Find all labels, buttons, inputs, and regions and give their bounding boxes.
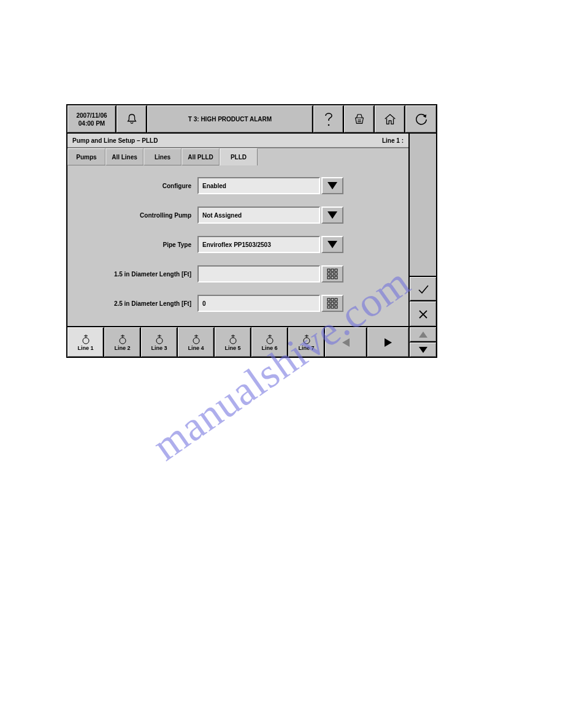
svg-rect-13 [327, 302, 330, 305]
line-icon [80, 334, 91, 345]
chevron-down-icon [326, 240, 339, 249]
line-icon [228, 334, 239, 345]
svg-rect-9 [335, 276, 337, 279]
alarm-text: T 3: HIGH PRODUCT ALARM [188, 116, 272, 123]
question-icon [323, 112, 335, 127]
line-label: Line 3 [151, 345, 167, 351]
row-pipe-type: Pipe Type Enviroflex PP1503/2503 [75, 235, 401, 254]
keypad-icon [326, 268, 339, 280]
confirm-button[interactable] [410, 277, 436, 301]
svg-point-0 [327, 124, 329, 126]
triangle-right-icon [383, 337, 394, 348]
line-label: Line 6 [261, 345, 277, 351]
tab-label: Pumps [76, 154, 96, 161]
check-icon [416, 282, 430, 296]
page-next-button[interactable] [367, 327, 408, 357]
top-toolbar: 2007/11/06 04:00 PM T 3: HIGH PRODUCT AL… [67, 105, 436, 134]
tab-plld[interactable]: PLLD [220, 148, 258, 165]
svg-point-24 [267, 338, 273, 344]
svg-rect-14 [331, 302, 334, 305]
svg-point-19 [83, 338, 89, 344]
row-configure: Configure Enabled [75, 176, 401, 195]
dropdown-controlling-pump[interactable] [321, 207, 343, 224]
line-icon [264, 334, 275, 345]
page-prev-button[interactable] [325, 327, 367, 357]
svg-point-20 [120, 338, 126, 344]
line-button-2[interactable]: Line 2 [104, 327, 141, 357]
svg-rect-6 [335, 273, 337, 275]
line-button-3[interactable]: Line 3 [141, 327, 178, 357]
field-value: Not Assigned [202, 212, 242, 219]
field-value: 0 [202, 300, 206, 307]
help-button[interactable] [313, 105, 344, 132]
alarm-bell-button[interactable] [117, 105, 147, 132]
label-diameter-15: 1.5 in Diameter Length [Ft] [75, 271, 197, 278]
line-icon [191, 334, 202, 345]
field-value: Enabled [202, 183, 226, 189]
chevron-down-icon [326, 181, 339, 191]
scroll-up-button[interactable] [410, 327, 436, 343]
right-sidebar [408, 134, 436, 326]
tab-label: PLLD [231, 154, 247, 161]
svg-point-23 [230, 338, 236, 344]
svg-point-21 [156, 338, 163, 344]
row-diameter-25: 2.5 in Diameter Length [Ft] 0 [75, 294, 401, 313]
alarm-message[interactable]: T 3: HIGH PRODUCT ALARM [147, 105, 313, 132]
line-button-4[interactable]: Line 4 [178, 327, 215, 357]
line-label: Line 7 [298, 345, 314, 351]
line-button-1[interactable]: Line 1 [67, 327, 104, 357]
scroll-stack [408, 327, 436, 357]
svg-rect-11 [331, 298, 334, 301]
label-configure: Configure [75, 183, 197, 189]
svg-rect-16 [327, 306, 330, 308]
triangle-up-icon [418, 330, 429, 339]
line-button-7[interactable]: Line 7 [288, 327, 325, 357]
tab-pumps[interactable]: Pumps [67, 148, 105, 165]
field-diameter-25[interactable]: 0 [197, 295, 320, 312]
field-controlling-pump[interactable]: Not Assigned [197, 207, 320, 224]
keypad-diameter-25[interactable] [321, 295, 343, 312]
svg-rect-1 [327, 269, 330, 271]
cancel-button[interactable] [410, 301, 436, 326]
svg-rect-18 [335, 306, 337, 308]
scroll-down-button[interactable] [410, 343, 436, 357]
tab-all-plld[interactable]: All PLLD [182, 148, 220, 165]
keypad-icon [326, 297, 339, 309]
breadcrumb-bar: Pump and Line Setup – PLLD Line 1 : [67, 134, 408, 148]
date-text: 2007/11/06 [76, 112, 107, 119]
line-icon [301, 334, 312, 345]
label-diameter-25: 2.5 in Diameter Length [Ft] [75, 300, 197, 307]
tab-all-lines[interactable]: All Lines [105, 148, 144, 165]
line-label: Line 4 [188, 345, 204, 351]
triangle-left-icon [340, 337, 351, 348]
svg-rect-5 [331, 273, 334, 275]
line-label: Line 2 [114, 345, 130, 351]
dropdown-configure[interactable] [321, 177, 343, 194]
line-button-6[interactable]: Line 6 [251, 327, 288, 357]
field-configure[interactable]: Enabled [197, 177, 320, 194]
svg-rect-10 [327, 298, 330, 301]
time-text: 04:00 PM [79, 119, 105, 127]
field-pipe-type[interactable]: Enviroflex PP1503/2503 [197, 236, 320, 253]
svg-rect-15 [335, 302, 337, 305]
line-label: Line 5 [224, 345, 240, 351]
tab-lines[interactable]: Lines [144, 148, 182, 165]
main-row: Pump and Line Setup – PLLD Line 1 : Pump… [67, 134, 436, 326]
svg-rect-3 [335, 269, 337, 271]
field-diameter-15[interactable] [197, 265, 320, 282]
tab-label: Lines [155, 154, 170, 161]
refresh-icon [415, 113, 428, 126]
line-button-5[interactable]: Line 5 [215, 327, 251, 357]
form-area: Configure Enabled Controlling Pump Not A… [67, 165, 408, 326]
keypad-diameter-15[interactable] [321, 265, 343, 282]
row-controlling-pump: Controlling Pump Not Assigned [75, 206, 401, 224]
svg-rect-7 [327, 276, 330, 279]
svg-rect-8 [331, 276, 334, 279]
home-button[interactable] [375, 105, 405, 132]
tab-label: All PLLD [188, 154, 213, 161]
screen-context: Line 1 : [382, 137, 404, 144]
dropdown-pipe-type[interactable] [321, 236, 343, 253]
svg-rect-2 [331, 269, 334, 271]
refresh-button[interactable] [405, 105, 436, 132]
print-button[interactable] [344, 105, 375, 132]
